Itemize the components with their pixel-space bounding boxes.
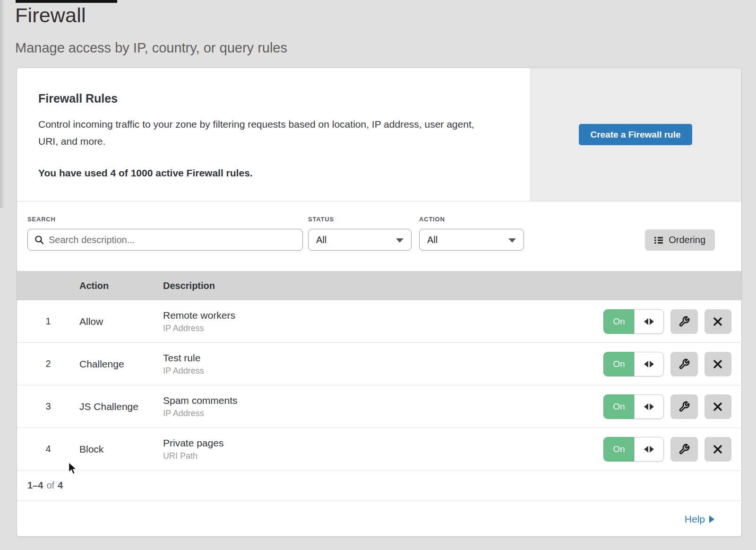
rule-match-type: URI Path <box>163 451 603 461</box>
help-link[interactable]: Help <box>685 514 714 525</box>
pagination-total: 4 <box>58 480 63 491</box>
rule-action: Allow <box>79 316 163 327</box>
table-row: 2 Challenge Test rule IP Address On <box>17 343 741 385</box>
rule-enabled-toggle: On <box>603 352 664 376</box>
rule-action: JS Challenge <box>79 401 163 412</box>
rule-controls: On <box>603 309 741 334</box>
left-arrow-icon <box>644 403 648 410</box>
search-field-wrap <box>27 229 303 251</box>
rule-description-cell: Private pages URI Path <box>163 437 603 461</box>
pagination-of-label: of <box>46 480 54 491</box>
toggle-knob[interactable] <box>634 437 664 462</box>
rule-enabled-toggle: On <box>603 309 664 334</box>
rule-description-cell: Spam comments IP Address <box>163 395 603 419</box>
create-rule-panel: Create a Firewall rule <box>530 68 741 201</box>
rule-controls: On <box>603 352 741 376</box>
rule-match-type: IP Address <box>163 366 603 376</box>
delete-rule-button[interactable] <box>704 352 732 376</box>
chevron-down-icon <box>508 238 516 243</box>
left-arrow-icon <box>644 446 648 453</box>
toggle-on-segment[interactable]: On <box>603 394 634 419</box>
rule-description-cell: Test rule IP Address <box>163 352 603 376</box>
toggle-knob[interactable] <box>634 309 664 334</box>
right-arrow-icon <box>650 446 654 453</box>
wrench-icon <box>679 358 690 370</box>
section-title: Firewall Rules <box>38 92 501 105</box>
ordering-button-label: Ordering <box>669 235 705 245</box>
rule-description: Private pages <box>163 437 603 449</box>
action-column-header: Action <box>79 280 163 291</box>
table-header-row: Action Description <box>17 271 741 300</box>
toggle-on-segment[interactable]: On <box>603 309 634 334</box>
right-arrow-icon <box>650 403 654 410</box>
rule-action: Challenge <box>79 358 163 370</box>
close-icon <box>713 444 723 454</box>
table-row: 3 JS Challenge Spam comments IP Address … <box>17 385 741 428</box>
firewall-rules-card: Firewall Rules Control incoming traffic … <box>17 68 742 537</box>
status-select[interactable]: All <box>308 229 412 251</box>
rule-description: Remote workers <box>163 310 603 321</box>
section-description: Control incoming traffic to your zone by… <box>38 116 487 150</box>
delete-rule-button[interactable] <box>704 437 732 462</box>
left-arrow-icon <box>644 318 648 325</box>
rule-priority: 1 <box>17 316 79 327</box>
edit-rule-button[interactable] <box>670 352 698 376</box>
rule-match-type: IP Address <box>163 409 603 419</box>
pagination-range: 1–4 <box>27 480 43 491</box>
edit-rule-button[interactable] <box>670 309 698 334</box>
rule-controls: On <box>603 394 741 419</box>
chevron-right-icon <box>709 515 714 523</box>
toggle-knob[interactable] <box>634 394 664 419</box>
rule-description: Test rule <box>163 352 603 364</box>
page-header: Firewall Manage access by IP, country, o… <box>15 4 287 56</box>
rule-enabled-toggle: On <box>603 394 664 419</box>
right-arrow-icon <box>650 361 654 367</box>
close-icon <box>713 402 723 412</box>
toggle-on-segment[interactable]: On <box>603 437 634 462</box>
page-subtitle: Manage access by IP, country, or query r… <box>15 40 287 56</box>
edit-rule-button[interactable] <box>670 394 698 419</box>
table-row: 1 Allow Remote workers IP Address On <box>17 300 741 343</box>
table-row: 4 Block Private pages URI Path On <box>17 428 741 471</box>
close-icon <box>713 316 723 327</box>
rule-enabled-toggle: On <box>603 437 664 462</box>
action-label: ACTION <box>419 216 445 223</box>
toggle-knob[interactable] <box>634 352 664 376</box>
card-footer: Help <box>17 501 741 537</box>
wrench-icon <box>679 316 690 327</box>
help-link-label: Help <box>685 514 705 525</box>
status-label: STATUS <box>308 216 334 223</box>
screen-edge-artifact <box>16 0 117 3</box>
firewall-page: Firewall Manage access by IP, country, o… <box>0 0 756 550</box>
overview-text-panel: Firewall Rules Control incoming traffic … <box>17 68 530 201</box>
rule-description-cell: Remote workers IP Address <box>163 310 603 333</box>
delete-rule-button[interactable] <box>704 394 732 419</box>
overview-section: Firewall Rules Control incoming traffic … <box>17 68 741 201</box>
pagination: 1–4 of 4 <box>17 471 741 501</box>
wrench-icon <box>679 401 690 412</box>
rule-priority: 3 <box>17 401 79 412</box>
search-input[interactable] <box>27 229 303 251</box>
action-selected-value: All <box>427 235 438 245</box>
toggle-on-segment[interactable]: On <box>603 352 634 376</box>
left-arrow-icon <box>644 361 648 367</box>
window-edge-shadow <box>0 0 5 208</box>
right-arrow-icon <box>650 318 654 325</box>
wrench-icon <box>679 444 690 455</box>
rule-priority: 2 <box>17 358 79 369</box>
rule-description: Spam comments <box>163 395 603 406</box>
description-column-header: Description <box>163 280 603 291</box>
delete-rule-button[interactable] <box>704 309 732 334</box>
status-selected-value: All <box>316 235 326 245</box>
rule-controls: On <box>603 437 741 462</box>
close-icon <box>713 359 723 369</box>
create-firewall-rule-button[interactable]: Create a Firewall rule <box>579 124 692 145</box>
usage-summary: You have used 4 of 1000 active Firewall … <box>38 167 501 179</box>
page-title: Firewall <box>15 4 287 27</box>
filters-section: SEARCH STATUS ACTION All All <box>17 201 741 271</box>
ordering-button[interactable]: Ordering <box>645 229 715 251</box>
edit-rule-button[interactable] <box>670 437 698 462</box>
rule-priority: 4 <box>17 444 79 454</box>
action-select[interactable]: All <box>419 229 524 251</box>
search-label: SEARCH <box>27 216 56 223</box>
